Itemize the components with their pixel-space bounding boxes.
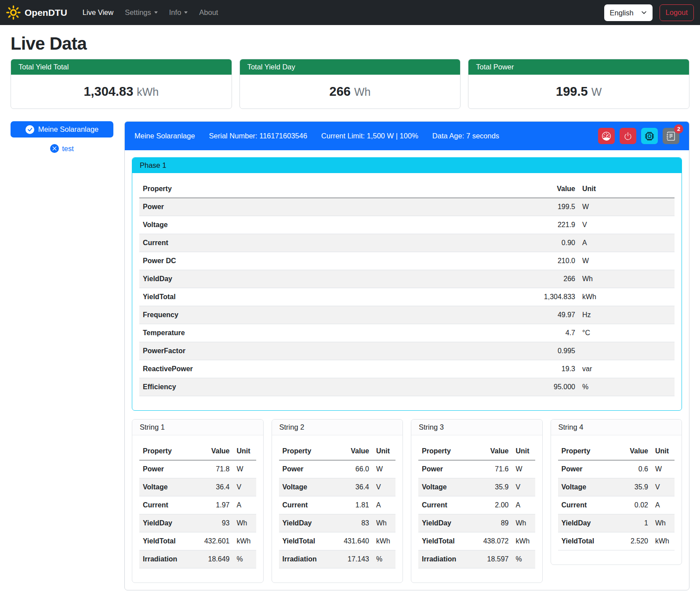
value-cell: 210.0 xyxy=(402,252,579,270)
summary-cards: Total Yield Total 1,304.83kWh Total Yiel… xyxy=(11,59,689,109)
power-button[interactable] xyxy=(620,128,636,144)
unit-cell: Wh xyxy=(579,270,675,288)
property-cell: YieldDay xyxy=(418,514,471,532)
unit-cell: var xyxy=(579,360,675,378)
card-value: 1,304.83kWh xyxy=(11,75,232,109)
inverter-name: Meine Solaranlage xyxy=(134,132,195,140)
property-cell: YieldTotal xyxy=(279,532,332,550)
property-cell: Voltage xyxy=(139,478,192,496)
value-cell: 35.9 xyxy=(471,478,512,496)
language-select-wrap[interactable]: English xyxy=(604,4,653,21)
brand[interactable]: OpenDTU xyxy=(6,5,67,20)
unit-cell: kWh xyxy=(233,532,256,550)
phase-card: Phase 1 Property Value Unit xyxy=(132,157,682,411)
sidebar-item-test[interactable]: test xyxy=(11,144,113,153)
unit: W xyxy=(591,86,602,98)
property-cell: ReactivePower xyxy=(139,360,402,378)
logout-button[interactable]: Logout xyxy=(660,4,694,21)
unit-cell xyxy=(579,342,675,360)
property-cell: Voltage xyxy=(279,478,332,496)
string-card-2: String 2 Property Value Unit xyxy=(272,419,403,583)
unit-cell: % xyxy=(579,378,675,396)
string-table: Property Value Unit Power xyxy=(418,442,535,568)
value-cell: 266 xyxy=(402,270,579,288)
chevron-down-icon xyxy=(641,10,647,15)
limit-settings-button[interactable] xyxy=(598,128,615,144)
table-header-row: Property Value Unit xyxy=(139,180,675,198)
property-cell: Irradiation xyxy=(139,550,192,568)
value-cell: 19.3 xyxy=(402,360,579,378)
header-unit: Unit xyxy=(512,442,535,460)
phase-title: Phase 1 xyxy=(132,158,682,173)
event-log-button[interactable]: 2 xyxy=(663,128,679,144)
card-title: Total Yield Day xyxy=(240,59,461,75)
property-cell: Efficiency xyxy=(139,378,402,396)
table-row: ReactivePower 19.3 var xyxy=(139,360,675,378)
unit-cell: °C xyxy=(579,324,675,342)
cpu-icon xyxy=(645,132,654,141)
header-unit: Unit xyxy=(652,442,675,460)
property-cell: Power xyxy=(558,460,615,478)
header-value: Value xyxy=(192,442,233,460)
string-title: String 2 xyxy=(272,420,403,435)
unit-cell: Wh xyxy=(233,514,256,532)
unit: Wh xyxy=(354,86,371,98)
property-cell: YieldDay xyxy=(139,514,192,532)
value-cell: 438.072 xyxy=(471,532,512,550)
sidebar-item-meine-solaranlage[interactable]: Meine Solaranlage xyxy=(11,121,113,137)
unit-cell: % xyxy=(233,550,256,568)
value-cell: 66.0 xyxy=(331,460,373,478)
card-total-power: Total Power 199.5W xyxy=(468,59,689,109)
inverter-data-age: Data Age: 7 seconds xyxy=(432,132,499,140)
value-cell: 18.597 xyxy=(471,550,512,568)
unit-cell: W xyxy=(579,198,675,216)
nav-item-live-view[interactable]: Live View xyxy=(77,5,119,20)
value-cell: 0.6 xyxy=(615,460,652,478)
nav-item-about[interactable]: About xyxy=(193,5,224,20)
property-cell: Irradiation xyxy=(279,550,332,568)
table-row: YieldDay 1 Wh xyxy=(558,514,675,532)
navbar-right: English Logout xyxy=(604,4,694,21)
property-cell: Power xyxy=(139,460,192,478)
device-info-button[interactable] xyxy=(641,128,658,144)
value: 1,304.83 xyxy=(83,84,133,98)
brand-label: OpenDTU xyxy=(25,7,67,18)
string-table-body: Power 66.0 W Voltage 36.4 V xyxy=(279,460,396,568)
inverter-panel: Meine Solaranlage Serial Number: 1161716… xyxy=(124,121,689,590)
property-cell: Frequency xyxy=(139,306,402,324)
property-cell: YieldDay xyxy=(558,514,615,532)
value-cell: 35.9 xyxy=(615,478,652,496)
table-row: Efficiency 95.000 % xyxy=(139,378,675,396)
table-row: Current 1.81 A xyxy=(279,496,396,514)
speedometer-icon xyxy=(602,132,611,141)
property-cell: Power DC xyxy=(139,252,402,270)
nav-item-info[interactable]: Info xyxy=(163,5,194,20)
value-cell: 93 xyxy=(192,514,233,532)
property-cell: Voltage xyxy=(139,216,402,234)
value-cell: 1.97 xyxy=(192,496,233,514)
table-row: Power 0.6 W xyxy=(558,460,675,478)
nav-links: Live View Settings Info About xyxy=(77,5,224,20)
header-unit: Unit xyxy=(579,180,675,198)
property-cell: Current xyxy=(139,234,402,252)
page-title: Live Data xyxy=(11,34,689,54)
header-property: Property xyxy=(139,442,192,460)
header-property: Property xyxy=(558,442,615,460)
inverter-sidebar: Meine Solaranlage test xyxy=(11,121,113,153)
value: 266 xyxy=(330,84,351,98)
table-row: YieldTotal 431.640 kWh xyxy=(279,532,396,550)
property-cell: YieldDay xyxy=(279,514,332,532)
x-circle-icon xyxy=(50,144,59,153)
unit-cell: W xyxy=(373,460,395,478)
language-select[interactable]: English xyxy=(610,9,634,17)
string-table-body: Power 71.8 W Voltage 36.4 V xyxy=(139,460,256,568)
unit-cell: kWh xyxy=(373,532,395,550)
table-row: YieldDay 93 Wh xyxy=(139,514,256,532)
table-row: YieldTotal 2.520 kWh xyxy=(558,532,675,550)
property-cell: Current xyxy=(418,496,471,514)
header-value: Value xyxy=(471,442,512,460)
nav-item-settings[interactable]: Settings xyxy=(119,5,163,20)
unit: kWh xyxy=(137,86,159,98)
string-card-4: String 4 Property Value Unit xyxy=(551,419,682,565)
card-title: Total Yield Total xyxy=(11,59,232,75)
